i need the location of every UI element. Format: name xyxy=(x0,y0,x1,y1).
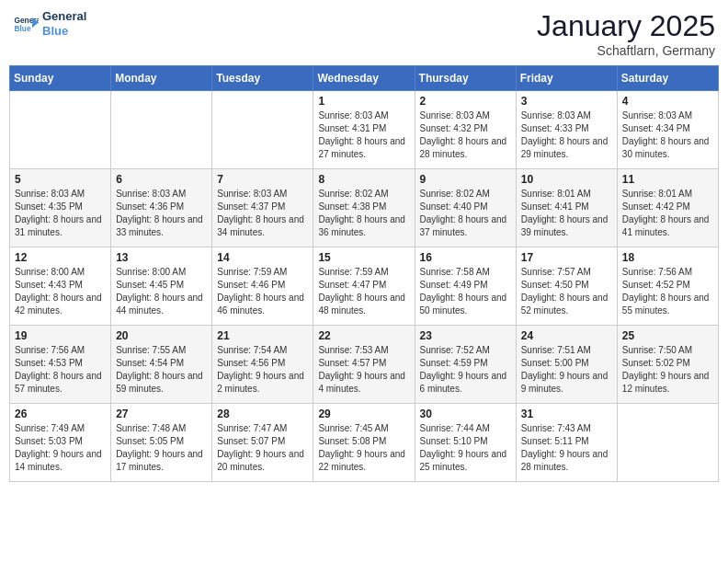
day-info: Sunrise: 7:53 AM Sunset: 4:57 PM Dayligh… xyxy=(318,344,409,396)
day-number: 25 xyxy=(622,329,713,342)
day-number: 17 xyxy=(521,251,612,264)
day-info: Sunrise: 7:54 AM Sunset: 4:56 PM Dayligh… xyxy=(217,344,308,396)
day-cell: 6Sunrise: 8:03 AM Sunset: 4:36 PM Daylig… xyxy=(111,169,212,247)
header-day-monday: Monday xyxy=(111,66,212,91)
day-cell: 28Sunrise: 7:47 AM Sunset: 5:07 PM Dayli… xyxy=(212,404,313,482)
day-cell: 25Sunrise: 7:50 AM Sunset: 5:02 PM Dayli… xyxy=(617,326,718,404)
day-info: Sunrise: 8:01 AM Sunset: 4:42 PM Dayligh… xyxy=(622,188,713,239)
day-cell: 19Sunrise: 7:56 AM Sunset: 4:53 PM Dayli… xyxy=(10,326,111,404)
day-cell: 17Sunrise: 7:57 AM Sunset: 4:50 PM Dayli… xyxy=(516,247,617,326)
day-info: Sunrise: 8:03 AM Sunset: 4:34 PM Dayligh… xyxy=(622,109,713,161)
header-day-thursday: Thursday xyxy=(415,66,516,91)
day-cell: 16Sunrise: 7:58 AM Sunset: 4:49 PM Dayli… xyxy=(415,247,516,326)
day-number: 11 xyxy=(622,173,713,186)
day-cell: 22Sunrise: 7:53 AM Sunset: 4:57 PM Dayli… xyxy=(313,326,415,404)
page-header: General Blue General Blue January 2025 S… xyxy=(9,9,719,58)
day-info: Sunrise: 7:57 AM Sunset: 4:50 PM Dayligh… xyxy=(521,266,612,317)
day-info: Sunrise: 7:51 AM Sunset: 5:00 PM Dayligh… xyxy=(521,344,612,396)
day-cell: 5Sunrise: 8:03 AM Sunset: 4:35 PM Daylig… xyxy=(10,169,111,247)
day-cell xyxy=(111,91,212,169)
day-info: Sunrise: 7:49 AM Sunset: 5:03 PM Dayligh… xyxy=(15,422,106,474)
day-cell: 29Sunrise: 7:45 AM Sunset: 5:08 PM Dayli… xyxy=(313,404,415,482)
day-info: Sunrise: 7:45 AM Sunset: 5:08 PM Dayligh… xyxy=(318,422,409,474)
day-info: Sunrise: 7:59 AM Sunset: 4:47 PM Dayligh… xyxy=(318,266,409,317)
day-cell: 20Sunrise: 7:55 AM Sunset: 4:54 PM Dayli… xyxy=(111,326,212,404)
day-cell: 9Sunrise: 8:02 AM Sunset: 4:40 PM Daylig… xyxy=(415,169,516,247)
day-info: Sunrise: 8:00 AM Sunset: 4:43 PM Dayligh… xyxy=(15,266,106,317)
svg-text:Blue: Blue xyxy=(14,24,30,33)
day-number: 3 xyxy=(521,95,612,108)
day-number: 8 xyxy=(318,173,409,186)
logo: General Blue General Blue xyxy=(13,9,86,38)
day-number: 16 xyxy=(420,251,511,264)
day-number: 6 xyxy=(116,173,207,186)
calendar-body: 1Sunrise: 8:03 AM Sunset: 4:31 PM Daylig… xyxy=(10,91,719,482)
day-cell: 31Sunrise: 7:43 AM Sunset: 5:11 PM Dayli… xyxy=(516,404,617,482)
day-info: Sunrise: 8:03 AM Sunset: 4:37 PM Dayligh… xyxy=(217,188,308,239)
day-cell: 24Sunrise: 7:51 AM Sunset: 5:00 PM Dayli… xyxy=(516,326,617,404)
day-number: 26 xyxy=(15,408,106,420)
day-number: 1 xyxy=(318,95,409,108)
header-row: SundayMondayTuesdayWednesdayThursdayFrid… xyxy=(10,66,719,91)
day-number: 7 xyxy=(217,173,308,186)
day-info: Sunrise: 8:03 AM Sunset: 4:36 PM Dayligh… xyxy=(116,188,207,239)
week-row-3: 12Sunrise: 8:00 AM Sunset: 4:43 PM Dayli… xyxy=(10,247,719,326)
day-cell: 27Sunrise: 7:48 AM Sunset: 5:05 PM Dayli… xyxy=(111,404,212,482)
day-info: Sunrise: 8:00 AM Sunset: 4:45 PM Dayligh… xyxy=(116,266,207,317)
week-row-2: 5Sunrise: 8:03 AM Sunset: 4:35 PM Daylig… xyxy=(10,169,719,247)
day-number: 9 xyxy=(420,173,511,186)
calendar-header: SundayMondayTuesdayWednesdayThursdayFrid… xyxy=(10,66,719,91)
day-cell: 3Sunrise: 8:03 AM Sunset: 4:33 PM Daylig… xyxy=(516,91,617,169)
day-info: Sunrise: 7:43 AM Sunset: 5:11 PM Dayligh… xyxy=(521,422,612,474)
header-day-tuesday: Tuesday xyxy=(212,66,313,91)
day-info: Sunrise: 7:56 AM Sunset: 4:52 PM Dayligh… xyxy=(622,266,713,317)
header-day-sunday: Sunday xyxy=(10,66,111,91)
day-info: Sunrise: 8:01 AM Sunset: 4:41 PM Dayligh… xyxy=(521,188,612,239)
day-cell: 13Sunrise: 8:00 AM Sunset: 4:45 PM Dayli… xyxy=(111,247,212,326)
day-number: 22 xyxy=(318,329,409,342)
day-info: Sunrise: 7:50 AM Sunset: 5:02 PM Dayligh… xyxy=(622,344,713,396)
day-number: 2 xyxy=(420,95,511,108)
day-cell xyxy=(10,91,111,169)
day-number: 5 xyxy=(15,173,106,186)
day-info: Sunrise: 7:58 AM Sunset: 4:49 PM Dayligh… xyxy=(420,266,511,317)
day-number: 18 xyxy=(622,251,713,264)
logo-blue: Blue xyxy=(42,24,86,39)
day-cell: 23Sunrise: 7:52 AM Sunset: 4:59 PM Dayli… xyxy=(415,326,516,404)
day-number: 19 xyxy=(15,329,106,342)
day-cell: 14Sunrise: 7:59 AM Sunset: 4:46 PM Dayli… xyxy=(212,247,313,326)
day-cell: 1Sunrise: 8:03 AM Sunset: 4:31 PM Daylig… xyxy=(313,91,415,169)
day-cell: 4Sunrise: 8:03 AM Sunset: 4:34 PM Daylig… xyxy=(617,91,718,169)
day-info: Sunrise: 7:44 AM Sunset: 5:10 PM Dayligh… xyxy=(420,422,511,474)
day-number: 24 xyxy=(521,329,612,342)
day-info: Sunrise: 7:56 AM Sunset: 4:53 PM Dayligh… xyxy=(15,344,106,396)
week-row-5: 26Sunrise: 7:49 AM Sunset: 5:03 PM Dayli… xyxy=(10,404,719,482)
day-number: 4 xyxy=(622,95,713,108)
day-cell: 10Sunrise: 8:01 AM Sunset: 4:41 PM Dayli… xyxy=(516,169,617,247)
day-number: 29 xyxy=(318,408,409,420)
day-info: Sunrise: 8:03 AM Sunset: 4:32 PM Dayligh… xyxy=(420,109,511,161)
day-number: 27 xyxy=(116,408,207,420)
day-cell: 26Sunrise: 7:49 AM Sunset: 5:03 PM Dayli… xyxy=(10,404,111,482)
day-info: Sunrise: 7:52 AM Sunset: 4:59 PM Dayligh… xyxy=(420,344,511,396)
day-cell: 8Sunrise: 8:02 AM Sunset: 4:38 PM Daylig… xyxy=(313,169,415,247)
calendar-subtitle: Schaftlarn, Germany xyxy=(537,43,715,58)
header-day-friday: Friday xyxy=(516,66,617,91)
header-day-wednesday: Wednesday xyxy=(313,66,415,91)
week-row-4: 19Sunrise: 7:56 AM Sunset: 4:53 PM Dayli… xyxy=(10,326,719,404)
week-row-1: 1Sunrise: 8:03 AM Sunset: 4:31 PM Daylig… xyxy=(10,91,719,169)
day-cell: 15Sunrise: 7:59 AM Sunset: 4:47 PM Dayli… xyxy=(313,247,415,326)
day-number: 23 xyxy=(420,329,511,342)
day-info: Sunrise: 8:03 AM Sunset: 4:35 PM Dayligh… xyxy=(15,188,106,239)
day-cell xyxy=(212,91,313,169)
day-number: 20 xyxy=(116,329,207,342)
day-number: 12 xyxy=(15,251,106,264)
day-number: 15 xyxy=(318,251,409,264)
header-day-saturday: Saturday xyxy=(617,66,718,91)
day-number: 28 xyxy=(217,408,308,420)
day-cell: 2Sunrise: 8:03 AM Sunset: 4:32 PM Daylig… xyxy=(415,91,516,169)
day-number: 31 xyxy=(521,408,612,420)
day-number: 13 xyxy=(116,251,207,264)
day-cell xyxy=(617,404,718,482)
day-info: Sunrise: 7:55 AM Sunset: 4:54 PM Dayligh… xyxy=(116,344,207,396)
